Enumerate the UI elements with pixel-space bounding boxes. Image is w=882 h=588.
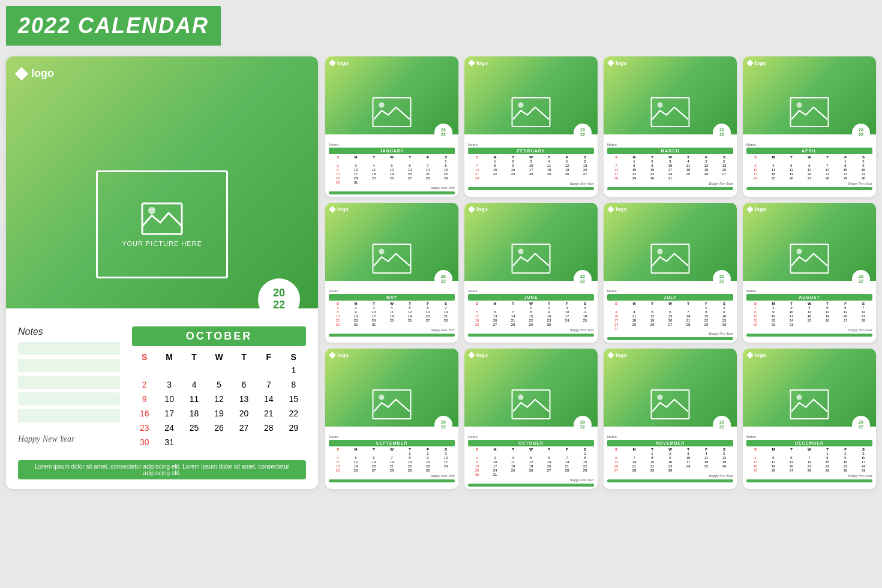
mini-happy-new-year: Happy New Year <box>329 186 455 190</box>
mini-day-header-s2: S <box>715 155 733 159</box>
day-cell: 7 <box>256 379 281 391</box>
day-cell <box>182 436 206 448</box>
mini-day-cell: 8 <box>401 456 419 460</box>
mini-day-cell <box>522 473 540 476</box>
mini-day-cell: 11 <box>329 460 347 464</box>
mini-day-cell: 1 <box>522 306 540 310</box>
mini-day-cell: 23 <box>643 172 661 176</box>
mini-day-header-m: M <box>764 155 782 159</box>
mini-day-cell: 25 <box>576 319 594 322</box>
mini-year-badge: 2022 <box>574 124 592 142</box>
mini-day-cell <box>800 160 818 163</box>
mini-green-top: logo 2022 <box>464 203 598 281</box>
mini-img-placeholder <box>790 389 829 419</box>
mini-day-cell: 8 <box>522 310 540 314</box>
day-cell: 16 <box>132 407 157 419</box>
mini-day-cell: 12 <box>643 314 661 318</box>
mini-day-cell: 11 <box>764 168 782 172</box>
mini-day-cell: 19 <box>643 319 661 322</box>
mini-day-header-t2: T <box>818 448 836 451</box>
mini-img-placeholder <box>512 389 551 419</box>
big-calendar: logo YOUR PICTURE HERE 2022 Notes <box>6 56 318 489</box>
mini-day-cell: 30 <box>836 469 854 472</box>
mini-day-cell: 28 <box>383 469 401 472</box>
mini-day-cell: 8 <box>643 456 661 460</box>
mini-day-cell: 2 <box>540 306 558 310</box>
mini-day-header-m: M <box>347 302 365 305</box>
mini-day-cell: 15 <box>576 460 594 464</box>
footer-text: Lorem ipsum dolor sit amet, consectetur … <box>24 463 300 476</box>
mini-day-cell: 5 <box>782 164 800 167</box>
mini-day-cell: 31 <box>347 181 365 184</box>
mini-day-cell: 11 <box>697 456 715 460</box>
mini-day-cell: 10 <box>679 456 697 460</box>
mini-day-cell: 17 <box>746 172 764 176</box>
mini-day-header-m: M <box>486 448 504 451</box>
day-cell: 12 <box>206 393 231 405</box>
mini-day-cell: 24 <box>854 464 872 468</box>
mini-day-cell: 30 <box>715 323 733 326</box>
mini-notes-label: Notes <box>329 289 455 293</box>
mini-day-cell: 31 <box>486 473 504 476</box>
mini-day-header-t2: T <box>679 448 697 451</box>
mini-green-top: logo 2022 <box>325 349 458 427</box>
mini-day-cell: 14 <box>818 168 836 172</box>
mini-day-cell: 18 <box>576 314 594 318</box>
mini-day-cell <box>468 160 486 163</box>
mini-day-header-w: W <box>522 155 540 159</box>
mini-year-text: 2022 <box>859 420 863 429</box>
mini-year-text: 2022 <box>859 128 863 137</box>
mini-day-header-w: W <box>661 302 679 305</box>
mini-day-cell: 3 <box>607 310 625 314</box>
mini-day-cell: 4 <box>383 306 401 310</box>
mini-day-cell: 9 <box>836 456 854 460</box>
mini-cal-body: Notes OCTOBER S M T W T F S 123456789101… <box>464 427 598 489</box>
mini-day-cell: 26 <box>764 469 782 472</box>
mini-day-cell: 7 <box>468 164 486 167</box>
year-badge: 2022 <box>258 278 300 320</box>
mini-day-cell: 1 <box>746 306 764 310</box>
mini-day-cell: 8 <box>818 456 836 460</box>
mini-day-cell: 25 <box>329 469 347 472</box>
mini-day-header-m: M <box>347 155 365 159</box>
mini-day-header-m: M <box>625 302 643 305</box>
mini-day-cell: 2 <box>764 306 782 310</box>
mini-day-cell: 4 <box>365 164 383 167</box>
mini-day-cell <box>679 327 697 331</box>
mini-day-cell: 17 <box>522 168 540 172</box>
mini-day-cell: 3 <box>782 306 800 310</box>
mini-day-header-s: S <box>329 155 347 159</box>
mini-day-cell: 23 <box>854 172 872 176</box>
mini-day-header-s: S <box>746 302 764 305</box>
mini-day-header-s: S <box>329 448 347 451</box>
mini-day-header-s2: S <box>437 448 455 451</box>
mini-day-cell <box>661 306 679 310</box>
mini-day-cell: 27 <box>661 323 679 326</box>
day-cell: 26 <box>206 422 231 434</box>
mini-day-cell: 29 <box>437 176 455 180</box>
mini-day-cell: 19 <box>558 168 576 172</box>
mini-day-cell <box>746 452 764 455</box>
mini-day-cell: 2 <box>715 306 733 310</box>
mini-cal-august: logo 2022 Notes AUGUST S M T W T F <box>743 203 876 343</box>
mini-day-cell: 16 <box>540 314 558 318</box>
day-cell: 28 <box>256 422 281 434</box>
mini-happy-new-year: Happy New Year <box>468 182 594 185</box>
mini-day-cell: 20 <box>419 314 437 318</box>
mini-day-header-f: F <box>558 302 576 305</box>
mini-day-cell: 13 <box>782 460 800 464</box>
mini-day-cell: 2 <box>347 306 365 310</box>
mini-day-cell: 15 <box>329 314 347 318</box>
mini-year-text: 2022 <box>441 420 446 429</box>
mini-day-cell: 16 <box>854 168 872 172</box>
day-cell: 11 <box>182 393 206 405</box>
mini-cal-may: logo 2022 Notes MAY S M T W T F <box>325 203 458 343</box>
mini-day-cell: 25 <box>383 319 401 322</box>
mini-picture-icon <box>791 245 828 272</box>
mini-logo-text: logo <box>755 206 766 212</box>
mini-happy-new-year: Happy New Year <box>329 474 455 478</box>
mini-day-cell: 5 <box>818 306 836 310</box>
mini-logo-text: logo <box>337 352 349 358</box>
mini-year-text: 2022 <box>580 420 585 429</box>
mini-day-cell: 2 <box>504 160 522 163</box>
